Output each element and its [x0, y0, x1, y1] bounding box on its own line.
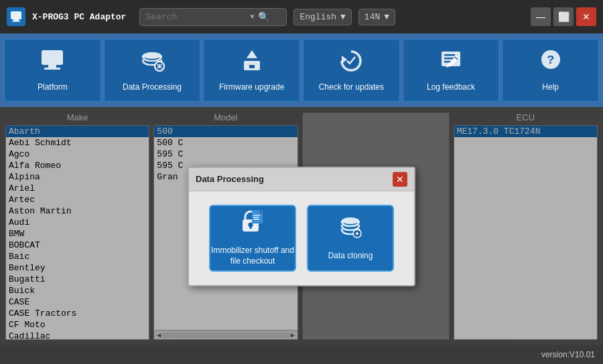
- immobilizer-label: Immobilizer shutoff and file checkout: [210, 246, 295, 266]
- maximize-button[interactable]: ⬜: [553, 7, 574, 26]
- svg-rect-32: [253, 219, 259, 220]
- svg-rect-3: [42, 50, 63, 65]
- help-icon: ?: [537, 49, 564, 78]
- svg-point-12: [157, 67, 159, 68]
- log-feedback-icon: [438, 49, 464, 78]
- version-text: version:V10.01: [541, 350, 595, 359]
- svg-marker-17: [342, 56, 347, 64]
- language-selector[interactable]: English ▼: [293, 9, 351, 25]
- app-title: X-PROG3 PC Adaptor: [32, 12, 126, 22]
- svg-rect-2: [12, 21, 20, 22]
- nav-check-updates-label: Check for updates: [319, 82, 384, 92]
- svg-point-13: [161, 67, 162, 68]
- svg-rect-0: [11, 11, 21, 19]
- app-logo: [7, 7, 25, 26]
- firmware-icon: [239, 49, 265, 78]
- data-processing-icon: [139, 49, 165, 78]
- immobilizer-option[interactable]: Immobilizer shutoff and file checkout: [209, 205, 296, 272]
- status-bar: version:V10.01: [0, 345, 603, 364]
- data-cloning-icon: [338, 214, 363, 246]
- svg-marker-15: [247, 50, 257, 58]
- title-bar: X-PROG3 PC Adaptor ▼ 🔍 English ▼ 14N ▼ —…: [0, 0, 603, 33]
- svg-rect-1: [13, 19, 19, 21]
- svg-rect-5: [44, 68, 60, 70]
- immobilizer-icon: [240, 209, 265, 240]
- nav-platform-label: Platform: [38, 82, 68, 92]
- version-label: 14N: [364, 12, 380, 22]
- modal-body: Immobilizer shutoff and file checkout: [189, 191, 414, 285]
- svg-rect-4: [48, 65, 56, 68]
- svg-point-11: [161, 64, 162, 65]
- svg-point-10: [157, 64, 159, 65]
- search-icon[interactable]: 🔍: [258, 11, 269, 23]
- modal-title: Data Processing: [196, 174, 264, 184]
- nav-item-data-processing[interactable]: Data Processing: [104, 39, 201, 102]
- modal-overlay[interactable]: Data Processing ✕: [0, 107, 603, 345]
- nav-help-label: Help: [542, 82, 559, 92]
- data-processing-modal: Data Processing ✕: [188, 167, 415, 286]
- search-input[interactable]: [145, 12, 246, 22]
- svg-rect-31: [253, 217, 259, 218]
- main-content: Make AbarthAebi SchmidtAgcoAlfa RomeoAlp…: [0, 107, 603, 345]
- minimize-button[interactable]: —: [531, 7, 551, 26]
- nav-data-processing-label: Data Processing: [123, 82, 182, 92]
- svg-point-33: [342, 217, 359, 224]
- close-button[interactable]: ✕: [576, 7, 596, 26]
- svg-text:?: ?: [547, 54, 554, 67]
- data-cloning-option[interactable]: Data cloning: [307, 205, 394, 272]
- search-dropdown-icon: ▼: [250, 13, 254, 21]
- window-controls: — ⬜ ✕: [531, 7, 596, 26]
- version-selector[interactable]: 14N ▼: [358, 9, 395, 25]
- data-cloning-label: Data cloning: [328, 251, 373, 262]
- modal-close-button[interactable]: ✕: [393, 172, 407, 187]
- platform-icon: [39, 49, 66, 78]
- nav-item-platform[interactable]: Platform: [4, 39, 101, 102]
- nav-bar: Platform Data Processing: [0, 33, 603, 107]
- language-dropdown-icon: ▼: [340, 12, 346, 22]
- nav-log-feedback-label: Log feedback: [427, 82, 475, 92]
- check-updates-icon: [338, 49, 364, 78]
- search-box[interactable]: ▼ 🔍: [139, 8, 287, 26]
- language-label: English: [299, 12, 336, 22]
- nav-firmware-label: Firmware upgrade: [219, 82, 284, 92]
- nav-item-log-feedback[interactable]: Log feedback: [403, 39, 500, 102]
- nav-item-check-updates[interactable]: Check for updates: [303, 39, 400, 102]
- nav-item-help[interactable]: ? Help: [502, 39, 599, 102]
- modal-title-bar: Data Processing ✕: [189, 168, 414, 191]
- nav-item-firmware[interactable]: Firmware upgrade: [203, 39, 300, 102]
- svg-rect-30: [253, 215, 260, 216]
- svg-rect-27: [250, 226, 252, 229]
- svg-rect-19: [444, 54, 455, 56]
- svg-point-6: [143, 52, 161, 59]
- svg-rect-16: [249, 65, 255, 68]
- version-dropdown-icon: ▼: [384, 12, 389, 22]
